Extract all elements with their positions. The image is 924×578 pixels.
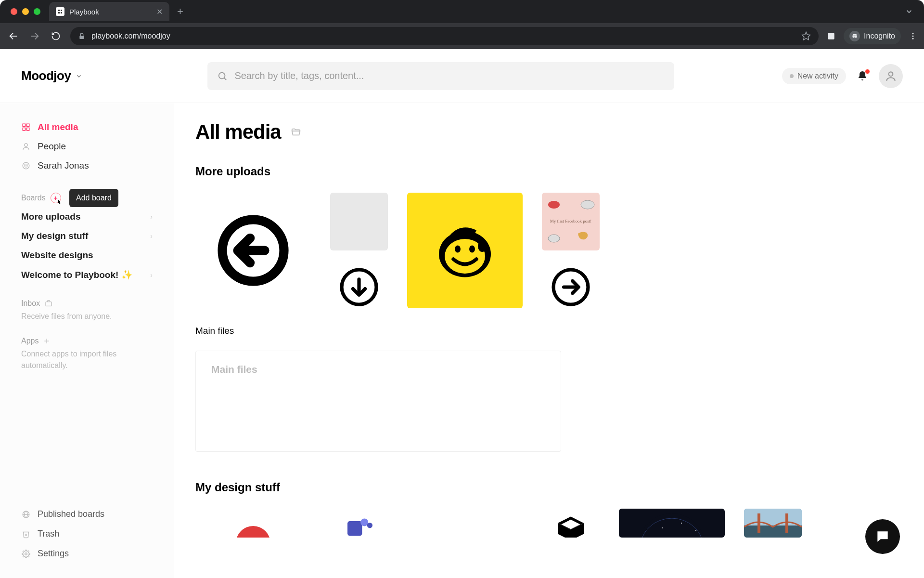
inbox-section[interactable]: Inbox Receive files from anyone. [0, 299, 174, 322]
sidebar-item-all-media[interactable]: All media [0, 118, 174, 137]
svg-point-60 [681, 523, 682, 524]
sidebar-item-people[interactable]: People [0, 137, 174, 156]
svg-point-41 [469, 246, 475, 253]
lock-icon [78, 32, 86, 40]
page-title: All media [195, 120, 281, 144]
svg-rect-50 [347, 521, 362, 536]
new-activity-pill[interactable]: New activity [782, 68, 846, 84]
search-icon [217, 71, 228, 81]
subboard-card-title: Main files [211, 364, 545, 375]
grid-icon [21, 122, 31, 132]
media-thumbnail[interactable]: My first Facebook post! [542, 193, 600, 250]
svg-point-24 [27, 165, 28, 166]
media-thumbnail[interactable] [542, 509, 600, 538]
extensions-icon[interactable] [826, 31, 836, 41]
tabs-dropdown-icon[interactable] [905, 7, 913, 16]
bridge-photo-icon [744, 509, 802, 538]
sidebar-item-published[interactable]: Published boards [0, 504, 174, 524]
plus-icon[interactable] [43, 338, 50, 344]
chat-bubble-icon [875, 529, 890, 544]
chat-fab[interactable] [865, 519, 900, 554]
browser-tab[interactable]: Playbook ✕ [49, 2, 169, 21]
media-thumbnail[interactable] [407, 509, 523, 538]
sidebar-item-settings[interactable]: Settings [0, 544, 174, 564]
sidebar-item-trash[interactable]: Trash [0, 524, 174, 544]
inbox-description: Receive files from anyone. [21, 311, 153, 322]
arrow-left-circle-icon [215, 212, 292, 289]
browser-reload-button[interactable] [49, 29, 63, 43]
svg-point-42 [478, 240, 487, 252]
arrow-right-circle-icon [549, 265, 592, 309]
chevron-right-icon: › [150, 271, 153, 279]
browser-forward-button[interactable] [28, 29, 41, 43]
tab-close-icon[interactable]: ✕ [156, 7, 163, 16]
board-item[interactable]: Welcome to Playbook! ✨ › [0, 265, 174, 285]
chevron-right-icon: › [150, 213, 153, 221]
svg-point-40 [455, 246, 461, 253]
window-controls[interactable] [11, 8, 40, 15]
board-item[interactable]: More uploads › [0, 207, 174, 226]
globe-icon [21, 510, 31, 519]
svg-point-14 [219, 72, 225, 79]
new-tab-button[interactable]: + [177, 5, 183, 18]
bookmark-star-icon[interactable] [801, 31, 811, 41]
folder-open-icon[interactable] [291, 127, 301, 137]
avatar[interactable] [879, 64, 903, 88]
media-thumbnail[interactable] [330, 193, 388, 250]
browser-menu-icon[interactable] [909, 32, 917, 40]
svg-point-16 [889, 72, 893, 76]
media-thumbnail[interactable] [330, 258, 388, 316]
tab-title: Playbook [69, 8, 152, 16]
subboard-card[interactable]: Main files [195, 351, 561, 452]
svg-rect-0 [58, 10, 60, 11]
thumbnail-row [195, 509, 903, 538]
notifications-button[interactable] [857, 70, 868, 82]
media-thumbnail[interactable] [619, 509, 725, 538]
main-content: All media More uploads [174, 103, 924, 578]
window-maximize-icon[interactable] [34, 8, 40, 15]
search-input[interactable] [234, 70, 665, 81]
status-dot-icon [790, 74, 794, 78]
board-item[interactable]: Website designs [0, 246, 174, 265]
inbox-label: Inbox [21, 299, 40, 308]
media-thumbnail[interactable] [195, 193, 311, 308]
media-thumbnail[interactable] [407, 193, 523, 308]
svg-rect-17 [23, 124, 25, 126]
apps-description: Connect apps to import files automatical… [21, 348, 153, 371]
trash-icon [21, 529, 31, 539]
search-box[interactable] [207, 62, 674, 90]
section-title: More uploads [195, 165, 903, 178]
sidebar-item-user[interactable]: Sarah Jonas [0, 156, 174, 175]
address-bar-row: playbook.com/moodjoy Incognito [0, 23, 924, 49]
svg-rect-1 [61, 10, 62, 11]
media-thumbnail[interactable] [195, 509, 311, 538]
apps-label: Apps [21, 337, 38, 345]
svg-point-12 [912, 36, 914, 37]
svg-point-52 [367, 523, 372, 528]
workspace-switcher[interactable]: Moodjoy [21, 68, 82, 83]
svg-point-49 [236, 526, 270, 538]
incognito-badge[interactable]: Incognito [844, 28, 901, 44]
svg-point-43 [548, 201, 560, 209]
board-item[interactable]: My design stuff › [0, 226, 174, 246]
window-close-icon[interactable] [11, 8, 17, 15]
svg-rect-19 [23, 128, 25, 131]
media-thumbnail[interactable] [542, 258, 600, 316]
chevron-down-icon [76, 73, 82, 79]
svg-point-59 [662, 527, 663, 528]
media-thumbnail[interactable] [744, 509, 802, 538]
board-label: My design stuff [21, 231, 88, 241]
svg-rect-2 [58, 12, 60, 13]
svg-rect-18 [27, 124, 29, 126]
address-bar[interactable]: playbook.com/moodjoy [70, 27, 819, 45]
board-label: More uploads [21, 211, 81, 222]
subboard-label[interactable]: Main files [195, 326, 903, 336]
add-board-button[interactable] [51, 193, 61, 203]
board-label: Welcome to Playbook! ✨ [21, 269, 133, 280]
media-thumbnail[interactable] [330, 509, 388, 538]
svg-point-13 [912, 38, 914, 39]
apps-section[interactable]: Apps Connect apps to import files automa… [0, 337, 174, 371]
cube-icon [549, 509, 592, 538]
window-minimize-icon[interactable] [22, 8, 29, 15]
browser-back-button[interactable] [7, 29, 20, 43]
